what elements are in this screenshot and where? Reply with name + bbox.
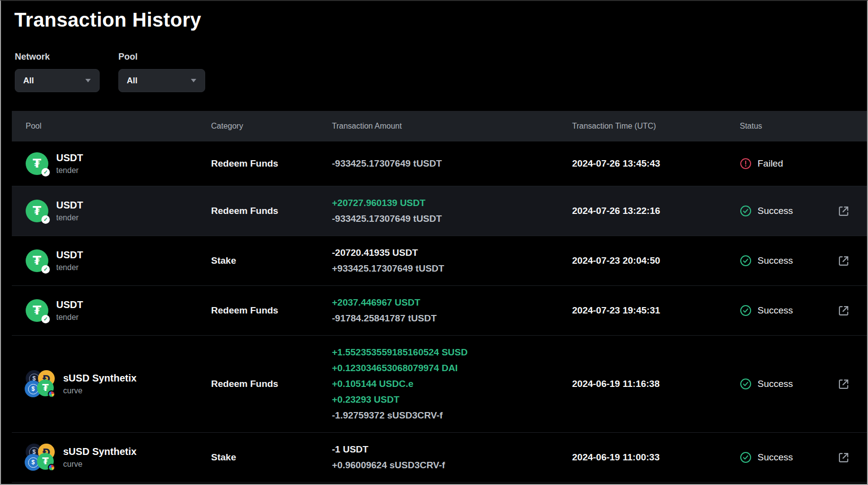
amount-line: -91784.25841787 tUSDT [332, 311, 572, 326]
column-header-time: Transaction Time (UTC) [572, 122, 740, 131]
chevron-down-icon [190, 78, 197, 83]
pool-name: sUSD Synthetix [63, 372, 137, 384]
external-link-icon[interactable] [837, 205, 850, 218]
amount-line: -1.92759372 sUSD3CRV-f [332, 408, 572, 423]
category-cell: Redeem Funds [211, 305, 332, 316]
pool-select-value: All [127, 76, 138, 86]
table-row: $Đ$₮ sUSD Synthetix curve Redeem Funds +… [12, 336, 868, 433]
category-cell: Redeem Funds [211, 158, 332, 169]
page-title: Transaction History [14, 9, 867, 31]
pool-icon: ₮✓ [26, 249, 48, 272]
pool-text: USDT tender [56, 299, 83, 322]
status-label: Failed [758, 158, 783, 169]
column-header-category: Category [211, 122, 332, 131]
external-link-icon[interactable] [837, 304, 850, 317]
tether-glyph: ₮ [42, 382, 48, 393]
pool-cell: ₮✓ USDT tender [26, 299, 211, 322]
pool-icon: $Đ$₮ [26, 370, 55, 398]
status-cell: Success [740, 255, 837, 267]
pool-select[interactable]: All [118, 69, 205, 92]
network-select[interactable]: All [15, 69, 100, 92]
check-circle-icon [740, 451, 752, 463]
amount-cell: +20727.960139 USDT-933425.17307649 tUSDT [332, 195, 572, 227]
status-label: Success [758, 305, 793, 316]
usdt-coin-icon: ₮✓ [26, 299, 48, 322]
amount-line: -1 USDT [332, 442, 572, 457]
filters-bar: Network All Pool All [15, 52, 867, 92]
pool-text: sUSD Synthetix curve [63, 372, 137, 396]
pool-platform: tender [56, 312, 83, 322]
pool-cell: $Đ$₮ sUSD Synthetix curve [26, 444, 211, 471]
check-badge-icon: ✓ [41, 215, 50, 224]
status-icon [740, 205, 752, 217]
network-filter: Network All [15, 52, 100, 92]
check-circle-icon [740, 255, 752, 267]
table-row: ₮✓ USDT tender Stake -20720.41935 USDT+9… [12, 236, 868, 286]
amount-line: -933425.17307649 tUSDT [332, 156, 572, 172]
time-cell: 2024-07-26 13:22:16 [572, 206, 740, 216]
check-badge-icon: ✓ [41, 168, 50, 176]
pool-cell: $Đ$₮ sUSD Synthetix curve [26, 370, 211, 398]
category-cell: Stake [211, 452, 332, 463]
category-cell: Redeem Funds [211, 206, 332, 216]
amount-line: -933425.17307649 tUSDT [332, 211, 572, 227]
time-cell: 2024-07-26 13:45:43 [572, 158, 740, 169]
link-cell [837, 304, 868, 317]
tether-glyph: ₮ [33, 253, 41, 268]
table-row: ₮✓ USDT tender Redeem Funds +20727.96013… [12, 186, 868, 236]
tether-glyph: ₮ [33, 204, 41, 218]
amount-line: +0.123034653068079974 DAI [332, 360, 572, 376]
network-select-value: All [23, 76, 34, 86]
amount-cell: +2037.446967 USDT-91784.25841787 tUSDT [332, 295, 572, 326]
curve-logo-icon [48, 390, 55, 398]
external-link-icon[interactable] [837, 451, 850, 464]
transactions-table: Pool Category Transaction Amount Transac… [12, 111, 868, 483]
status-icon [740, 451, 752, 463]
pool-platform: tender [56, 166, 83, 175]
status-label: Success [758, 379, 793, 389]
usdt-coin-icon: ₮✓ [26, 200, 48, 222]
usdt-coin-icon: ₮ [37, 453, 54, 470]
pool-icon: $Đ$₮ [26, 444, 55, 471]
pool-name: USDT [56, 152, 83, 164]
pool-text: USDT tender [56, 199, 83, 223]
usdt-coin-icon: ₮✓ [26, 249, 48, 272]
link-cell [837, 205, 868, 218]
amount-cell: +1.552353559185160524 SUSD+0.12303465306… [332, 345, 572, 423]
table-row: ₮✓ USDT tender Redeem Funds +2037.446967… [12, 286, 868, 336]
amount-cell: -1 USDT+0.96009624 sUSD3CRV-f [332, 442, 572, 473]
time-cell: 2024-07-23 20:04:50 [572, 255, 740, 266]
tether-glyph: ₮ [33, 303, 41, 317]
check-circle-icon [740, 305, 752, 316]
time-cell: 2024-07-23 19:45:31 [572, 305, 740, 316]
status-cell: Success [740, 451, 837, 463]
transaction-history-page: Transaction History Network All Pool All… [0, 0, 868, 485]
check-badge-icon: ✓ [41, 265, 50, 274]
external-link-icon[interactable] [837, 254, 850, 268]
amount-line: +0.23293 USDT [332, 392, 572, 408]
amount-line: +1.552353559185160524 SUSD [332, 345, 572, 360]
time-cell: 2024-06-19 11:00:33 [572, 452, 740, 463]
network-filter-label: Network [15, 52, 100, 62]
check-circle-icon [740, 378, 752, 390]
status-icon [740, 158, 752, 170]
amount-cell: -933425.17307649 tUSDT [332, 156, 572, 172]
pool-name: USDT [56, 199, 83, 211]
status-label: Success [758, 206, 793, 216]
alert-circle-icon [740, 158, 752, 170]
amount-line: +0.96009624 sUSD3CRV-f [332, 457, 572, 473]
status-icon [740, 305, 752, 316]
pool-platform: curve [63, 459, 137, 469]
link-cell [837, 378, 868, 391]
time-cell: 2024-06-19 11:16:38 [572, 379, 740, 389]
status-icon [740, 378, 752, 390]
table-row: ₮✓ USDT tender Redeem Funds -933425.1730… [12, 141, 868, 186]
pool-icon: ₮✓ [26, 200, 48, 222]
link-cell [837, 451, 868, 464]
table-header: Pool Category Transaction Amount Transac… [12, 111, 868, 141]
pool-text: USDT tender [56, 152, 83, 175]
status-icon [740, 255, 752, 267]
amount-line: +933425.17307649 tUSDT [332, 261, 572, 277]
external-link-icon[interactable] [837, 378, 850, 391]
link-cell [837, 254, 868, 268]
